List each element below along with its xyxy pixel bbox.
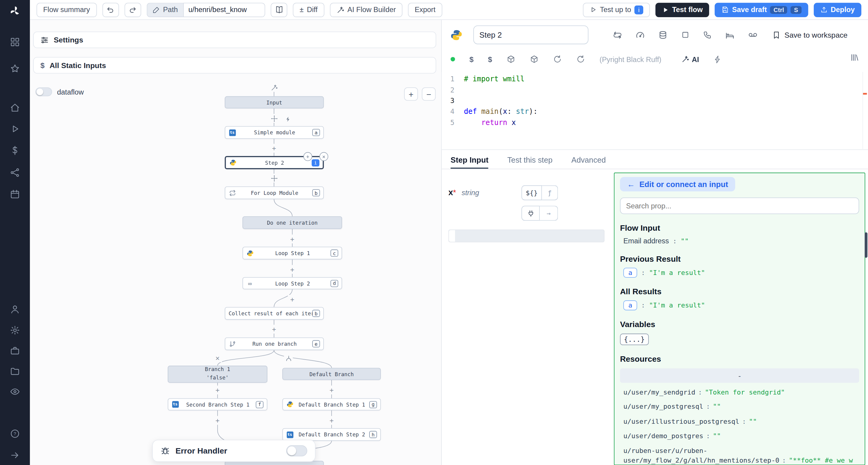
resource-row[interactable]: u/ruben-user/u/ruben-user/my_flow_2/g/al… — [620, 446, 859, 465]
docs-book-button[interactable] — [271, 2, 287, 17]
audit-eye-icon[interactable] — [0, 384, 30, 399]
collapse-arrow-icon[interactable] — [0, 447, 30, 463]
bolt-icon[interactable] — [713, 55, 722, 64]
add-step-icon[interactable]: + — [270, 144, 278, 153]
voicemail-icon[interactable] — [748, 30, 758, 40]
add-step-icon[interactable]: + — [327, 386, 336, 394]
flow-input-row[interactable]: Email address : "" — [620, 237, 859, 245]
flow-node-simple-module[interactable]: ts Simple module a — [225, 126, 324, 139]
plug-icon-button[interactable] — [521, 206, 540, 221]
error-handler-toggle[interactable] — [286, 445, 307, 457]
node-delete-button[interactable]: × — [319, 152, 328, 161]
step-id-chip[interactable]: a — [623, 268, 637, 278]
save-draft-button[interactable]: Save draft Ctrl S — [715, 2, 808, 17]
step-name-input[interactable] — [473, 25, 588, 44]
test-flow-button[interactable]: Test flow — [655, 2, 710, 17]
flow-node-input[interactable]: Input — [225, 96, 324, 108]
sleep-bed-icon[interactable] — [725, 30, 735, 39]
add-step-icon[interactable]: + — [288, 235, 297, 243]
zoom-in-button[interactable]: + — [404, 87, 418, 101]
flow-summary-button[interactable]: Flow summary — [36, 2, 96, 17]
add-step-icon[interactable]: + — [327, 416, 336, 425]
home-icon[interactable] — [0, 100, 30, 115]
step-id-chip[interactable]: a — [623, 300, 637, 310]
all-static-inputs-row[interactable]: $ All Static Inputs — [33, 57, 436, 73]
flow-node-do-one-iteration[interactable]: Do one iteration — [242, 216, 342, 229]
apps-grid-icon[interactable] — [0, 34, 30, 50]
flow-node-branch-1[interactable]: Branch 1 'false' — [168, 366, 268, 383]
add-step-icon[interactable]: + — [270, 325, 278, 333]
editor-scrollbar[interactable] — [863, 72, 868, 150]
runs-play-icon[interactable] — [0, 121, 30, 136]
flow-node-default-branch-step-2[interactable]: ts Default Branch Step 2 h — [282, 428, 381, 441]
tab-advanced[interactable]: Advanced — [571, 152, 606, 169]
expression-mode-button[interactable]: ${} — [521, 185, 542, 200]
zoom-out-button[interactable]: − — [422, 87, 436, 101]
tab-step-input[interactable]: Step Input — [451, 152, 489, 169]
reload-icon[interactable] — [576, 55, 585, 64]
edit-or-connect-button[interactable]: ← Edit or connect an input — [620, 177, 735, 192]
suspend-phone-icon[interactable] — [703, 30, 712, 39]
ai-wand-icon[interactable] — [270, 83, 278, 92]
code-editor[interactable]: 1 # import wmill 2 3 4 def main(x: str):… — [442, 72, 868, 150]
flow-node-loop-step-1[interactable]: Loop Step 1 c — [242, 247, 342, 259]
add-step-icon[interactable]: + — [288, 295, 297, 304]
path-input[interactable] — [183, 2, 265, 17]
apply-arrow-button[interactable]: → — [540, 206, 558, 221]
add-step-icon[interactable]: + — [288, 265, 297, 274]
panel-scrollbar[interactable] — [865, 232, 867, 258]
add-step-icon[interactable]: + — [213, 386, 222, 394]
insert-target-icon[interactable] — [270, 114, 278, 123]
flow-node-for-loop[interactable]: For Loop Module b — [225, 187, 324, 199]
flow-node-loop-step-2[interactable]: ∞ Loop Step 2 d — [242, 277, 342, 289]
flow-node-default-branch[interactable]: Default Branch — [282, 368, 381, 380]
variables-dollar-icon[interactable] — [0, 143, 30, 158]
restart-arrows-icon[interactable] — [613, 30, 622, 39]
windmill-logo-icon[interactable] — [0, 3, 30, 19]
add-step-icon[interactable]: + — [213, 416, 222, 425]
flow-node-collect-result[interactable]: Collect result of each iteration b — [225, 307, 324, 320]
ai-assistant-button[interactable]: AI — [681, 55, 699, 64]
dataflow-toggle[interactable] — [36, 87, 52, 96]
flow-node-run-one-branch[interactable]: Run one branch e — [225, 337, 324, 350]
diff-button[interactable]: ± Diff — [293, 2, 324, 17]
resource-row[interactable]: u/user/my_sendgrid:"Token for sendgrid" — [620, 388, 859, 398]
flow-settings-row[interactable]: Settings — [33, 32, 436, 48]
ai-flow-builder-button[interactable]: AI Flow Builder — [330, 2, 402, 17]
dollar-icon[interactable]: $ — [470, 55, 474, 64]
flow-node-second-branch-step-1[interactable]: ts Second Branch Step 1 f — [168, 398, 268, 410]
static-input-editor[interactable] — [448, 230, 604, 242]
previous-result-row[interactable]: a : "I'm a result" — [620, 268, 859, 278]
remove-branch-icon[interactable]: × — [213, 354, 222, 362]
test-up-to-button[interactable]: Test up to i — [583, 2, 650, 17]
node-add-button[interactable]: + — [304, 152, 312, 161]
favorites-star-icon[interactable] — [0, 61, 30, 76]
branch-split-icon[interactable] — [284, 354, 293, 363]
undo-button[interactable] — [102, 2, 119, 17]
folders-icon[interactable] — [0, 364, 30, 379]
package-icon[interactable] — [530, 55, 538, 64]
prop-search-input[interactable] — [620, 198, 859, 214]
package-icon[interactable] — [507, 55, 516, 64]
schedules-calendar-icon[interactable] — [0, 187, 30, 202]
trigger-bolt-icon[interactable] — [283, 114, 292, 123]
function-mode-button[interactable]: ƒ — [542, 185, 558, 200]
dollar-icon[interactable]: $ — [488, 55, 492, 64]
gauge-icon[interactable] — [636, 30, 645, 39]
resource-row[interactable]: u/user/illustrious_postgresql:"" — [620, 417, 859, 427]
reload-icon[interactable] — [553, 55, 562, 64]
users-icon[interactable] — [0, 301, 30, 317]
library-panel-icon[interactable] — [850, 53, 859, 62]
variables-badge[interactable]: {...} — [620, 334, 649, 345]
tab-test-this-step[interactable]: Test this step — [507, 152, 553, 169]
resource-row[interactable]: u/user/my_postgresql:"" — [620, 402, 859, 412]
redo-button[interactable] — [124, 2, 141, 17]
deploy-button[interactable]: Deploy — [813, 2, 861, 17]
resource-row[interactable]: u/user/demo_postgres:"" — [620, 432, 859, 441]
resources-hub-icon[interactable] — [0, 165, 30, 180]
settings-gear-icon[interactable] — [0, 323, 30, 338]
resource-type-select[interactable]: - — [620, 368, 859, 383]
path-button[interactable]: Path — [147, 2, 184, 17]
flow-node-default-branch-step-1[interactable]: Default Branch Step 1 g — [282, 398, 381, 410]
workers-toolbox-icon[interactable] — [0, 343, 30, 358]
